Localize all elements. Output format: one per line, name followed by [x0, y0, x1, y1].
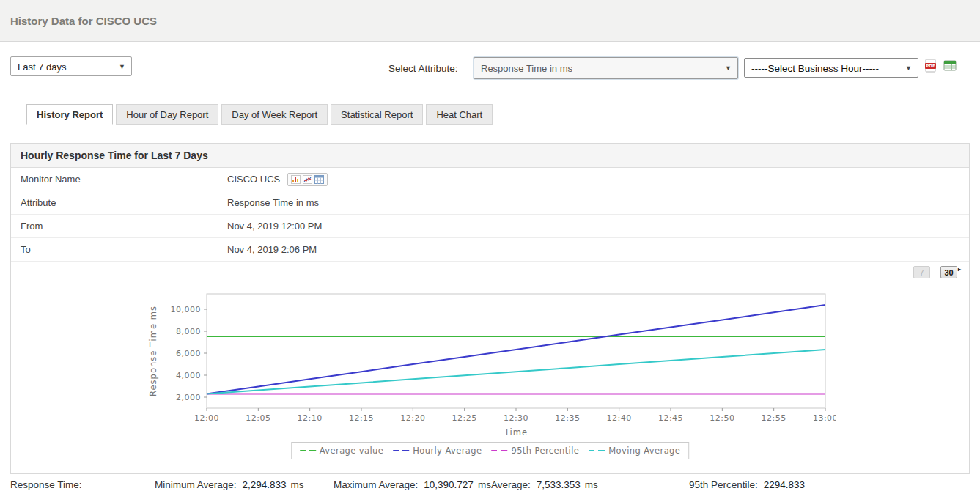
legend-line-icon: [393, 450, 409, 451]
chart-legend: Average value Hourly Average 95th Percen…: [291, 442, 690, 459]
chevron-down-icon: ▼: [905, 64, 912, 72]
report-title: Hourly Response Time for Last 7 Days: [11, 144, 969, 168]
svg-text:12:15: 12:15: [349, 413, 374, 423]
to-value: Nov 4, 2019 2:06 PM: [227, 238, 317, 262]
chevron-down-icon: ▼: [725, 64, 732, 72]
svg-text:12:25: 12:25: [452, 413, 477, 423]
range-30-button[interactable]: 30▸: [940, 266, 957, 278]
svg-text:12:55: 12:55: [762, 413, 786, 423]
chart-range-buttons: 7 30▸: [913, 266, 957, 278]
legend-item: Hourly Average: [393, 446, 482, 456]
table-row: Attribute Response Time in ms: [11, 191, 969, 215]
svg-text:12:50: 12:50: [710, 413, 734, 423]
legend-line-icon: [589, 450, 605, 451]
svg-text:Time: Time: [504, 427, 528, 438]
legend-line-icon: [491, 450, 507, 451]
svg-text:12:40: 12:40: [607, 413, 632, 423]
toolbar: Last 7 days ▼ Select Attribute: Response…: [0, 43, 980, 89]
chevron-down-icon: ▼: [119, 63, 125, 70]
tab-hour-of-day-report[interactable]: Hour of Day Report: [116, 104, 218, 125]
svg-text:PDF: PDF: [926, 64, 935, 68]
legend-item: Moving Average: [589, 446, 680, 456]
max-average-stat: Maximum Average:10,390.727ms: [334, 479, 491, 490]
svg-text:13:00: 13:00: [813, 413, 836, 423]
min-average-stat: Minimum Average:2,294.833ms: [155, 479, 304, 490]
select-attribute-label: Select Attribute:: [388, 63, 458, 74]
svg-text:12:10: 12:10: [298, 413, 323, 423]
expand-arrow-icon: ▸: [958, 264, 961, 276]
business-hour-select[interactable]: -----Select Business Hour----- ▼: [744, 58, 918, 78]
data-table-icon: [314, 175, 324, 184]
percentile-95-stat: 95th Percentile:2294.833: [689, 479, 809, 490]
row-label: To: [11, 238, 227, 261]
table-row: From Nov 4, 2019 12:00 PM: [11, 215, 969, 238]
period-select-value: Last 7 days: [18, 61, 67, 72]
report-tabs: History Report Hour of Day Report Day of…: [26, 104, 495, 125]
svg-text:8,000: 8,000: [176, 327, 201, 336]
svg-text:Response Time ms: Response Time ms: [148, 306, 158, 396]
average-stat: Average:7,533.353ms: [491, 479, 598, 490]
period-select[interactable]: Last 7 days ▼: [10, 56, 132, 76]
svg-text:10,000: 10,000: [171, 305, 202, 314]
tab-history-report[interactable]: History Report: [26, 104, 113, 125]
svg-text:2,000: 2,000: [176, 393, 201, 402]
svg-text:12:30: 12:30: [504, 413, 528, 423]
tab-statistical-report[interactable]: Statistical Report: [331, 104, 423, 125]
tab-day-of-week-report[interactable]: Day of Week Report: [221, 104, 328, 125]
report-panel: Hourly Response Time for Last 7 Days Mon…: [10, 143, 970, 474]
history-data-page: History Data for CISCO UCS Last 7 days ▼…: [0, 0, 980, 502]
row-label: Attribute: [11, 191, 227, 214]
svg-text:12:35: 12:35: [555, 413, 580, 423]
pdf-export-icon[interactable]: PDF: [924, 59, 938, 73]
page-title: History Data for CISCO UCS: [10, 0, 157, 42]
row-label: From: [11, 215, 227, 237]
attribute-select-value: Response Time in ms: [481, 63, 572, 74]
history-chart-svg: 2,0004,0006,0008,00010,00012:0012:0512:1…: [140, 287, 836, 442]
csv-export-icon[interactable]: [943, 59, 957, 73]
range-7-button[interactable]: 7: [913, 266, 930, 278]
svg-text:12:20: 12:20: [400, 413, 425, 423]
monitor-name-value: CISCO UCS: [227, 168, 280, 191]
legend-line-icon: [300, 450, 316, 451]
legend-item: Average value: [300, 446, 384, 456]
table-row: Monitor Name CISCO UCS: [11, 168, 969, 191]
svg-text:12:00: 12:00: [194, 413, 219, 423]
summary-bar: Response Time: Minimum Average:2,294.833…: [0, 474, 980, 498]
history-chart: 2,0004,0006,0008,00010,00012:0012:0512:1…: [140, 287, 836, 442]
business-hour-select-value: -----Select Business Hour-----: [751, 62, 879, 73]
from-value: Nov 4, 2019 12:00 PM: [227, 215, 322, 238]
summary-label: Response Time:: [10, 479, 82, 490]
bar-chart-icon: [291, 175, 301, 184]
attribute-value: Response Time in ms: [227, 191, 319, 215]
tab-heat-chart[interactable]: Heat Chart: [426, 104, 493, 125]
line-chart-icon: [303, 175, 312, 184]
svg-text:6,000: 6,000: [176, 349, 201, 358]
svg-text:12:05: 12:05: [246, 413, 270, 423]
legend-item: 95th Percentile: [491, 446, 579, 456]
attribute-select[interactable]: Response Time in ms ▼: [474, 57, 738, 79]
row-label: Monitor Name: [11, 168, 227, 191]
svg-text:4,000: 4,000: [176, 371, 201, 380]
page-header: History Data for CISCO UCS: [0, 0, 980, 42]
svg-text:12:45: 12:45: [658, 413, 683, 423]
table-row: To Nov 4, 2019 2:06 PM: [11, 238, 969, 262]
monitor-graph-links[interactable]: [287, 173, 328, 186]
